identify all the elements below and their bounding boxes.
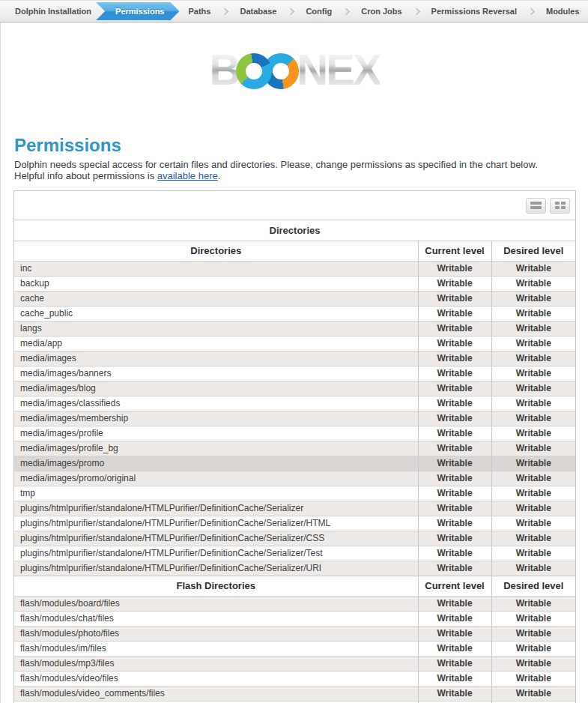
table-row: media/images/profile_bgWritableWritable (14, 441, 575, 456)
directory-name-cell: media/images/promo/original (14, 471, 418, 486)
directory-name-cell: flash/modules/chat/files (14, 611, 418, 626)
chevron-separator-icon (222, 7, 229, 15)
directory-name-cell: media/images/profile (14, 426, 418, 441)
section-header-row: Flash DirectoriesCurrent levelDesired le… (14, 576, 575, 596)
desired-level-cell: Writable (491, 276, 575, 291)
table-row: cache_publicWritableWritable (14, 306, 575, 321)
table-row: plugins/htmlpurifier/standalone/HTMLPuri… (14, 516, 575, 531)
directory-name-cell: media/images/profile_bg (14, 441, 418, 456)
current-level-cell: Writable (418, 261, 491, 276)
directory-name-cell: plugins/htmlpurifier/standalone/HTMLPuri… (14, 516, 418, 531)
current-level-cell: Writable (418, 366, 491, 381)
wizard-tabbar: Dolphin InstallationPermissionsPathsData… (0, 0, 588, 22)
column-header: Desired level (491, 576, 575, 596)
desired-level-cell: Writable (491, 656, 575, 671)
page-title: Permissions (14, 135, 588, 156)
current-level-cell: Writable (418, 641, 491, 656)
current-level-cell: Writable (418, 671, 491, 686)
table-row: flash/modules/video/filesWritableWritabl… (14, 671, 575, 686)
chevron-separator-icon (528, 7, 536, 15)
directory-name-cell: media/app (14, 336, 418, 351)
desired-level-cell: Writable (491, 686, 575, 701)
directory-name-cell: plugins/htmlpurifier/standalone/HTMLPuri… (14, 531, 418, 546)
table-row: flash/modules/board/filesWritableWritabl… (14, 596, 575, 611)
table-row: media/images/blogWritableWritable (14, 381, 575, 396)
available-here-link[interactable]: available here (157, 170, 218, 181)
desired-level-cell: Writable (491, 306, 575, 321)
current-level-cell: Writable (418, 276, 491, 291)
table-row: flash/modules/mp3/filesWritableWritable (14, 656, 575, 671)
directory-name-cell: backup (14, 276, 418, 291)
tab-dolphin-installation[interactable]: Dolphin Installation (6, 1, 100, 22)
tab-config[interactable]: Config (297, 1, 341, 22)
table-row: flash/modules/video_comments/filesWritab… (14, 686, 575, 701)
desired-level-cell: Writable (491, 471, 575, 486)
table-row: media/images/classifiedsWritableWritable (14, 396, 575, 411)
column-header: Flash Directories (14, 576, 418, 596)
list-view-button[interactable] (526, 198, 546, 214)
table-row: media/images/profileWritableWritable (14, 426, 575, 441)
current-level-cell: Writable (418, 531, 491, 546)
list-view-icon (530, 202, 542, 205)
table-row: media/images/promoWritableWritable (14, 456, 575, 471)
desired-level-cell: Writable (491, 321, 575, 336)
desired-level-cell: Writable (491, 426, 575, 441)
permissions-grid: DirectoriesDirectoriesCurrent levelDesir… (14, 220, 575, 703)
section-header-row: DirectoriesCurrent levelDesired level (14, 241, 575, 261)
directory-name-cell: flash/modules/photo/files (14, 626, 418, 641)
tab-permissions-reversal[interactable]: Permissions Reversal (422, 1, 526, 22)
desired-level-cell: Writable (491, 411, 575, 426)
desired-level-cell: Writable (491, 516, 575, 531)
grid-view-icon (555, 202, 566, 205)
desired-level-cell: Writable (491, 531, 575, 546)
column-header: Current level (418, 576, 491, 596)
desired-level-cell: Writable (491, 596, 575, 611)
logo-letters-nex: NEX (297, 47, 379, 92)
permissions-table: DirectoriesDirectoriesCurrent levelDesir… (13, 190, 576, 703)
directory-name-cell: plugins/htmlpurifier/standalone/HTMLPuri… (14, 561, 418, 576)
desired-level-cell: Writable (491, 261, 575, 276)
directory-name-cell: media/images (14, 351, 418, 366)
current-level-cell: Writable (418, 441, 491, 456)
table-row: incWritableWritable (14, 261, 575, 276)
directory-name-cell: flash/modules/video/files (14, 671, 418, 686)
table-caption-row: Directories (14, 220, 575, 241)
current-level-cell: Writable (418, 516, 491, 531)
help-text-prefix: Helpful info about permissions is (14, 170, 157, 181)
chevron-separator-icon (288, 7, 295, 15)
table-row: media/appWritableWritable (14, 336, 575, 351)
directory-name-cell: media/images/blog (14, 381, 418, 396)
current-level-cell: Writable (418, 426, 491, 441)
table-row: backupWritableWritable (14, 276, 575, 291)
desired-level-cell: Writable (491, 336, 575, 351)
directory-name-cell: media/images/promo (14, 456, 418, 471)
current-level-cell: Writable (418, 611, 491, 626)
current-level-cell: Writable (418, 626, 491, 641)
current-level-cell: Writable (418, 686, 491, 701)
directory-name-cell: inc (14, 261, 418, 276)
desired-level-cell: Writable (491, 366, 575, 381)
desired-level-cell: Writable (491, 396, 575, 411)
table-row: plugins/htmlpurifier/standalone/HTMLPuri… (14, 561, 575, 576)
current-level-cell: Writable (418, 486, 491, 501)
current-level-cell: Writable (418, 456, 491, 471)
boonex-logo: B NEX (1, 43, 588, 96)
tab-database[interactable]: Database (231, 1, 285, 22)
grid-view-button[interactable] (550, 198, 570, 214)
desired-level-cell: Writable (491, 626, 575, 641)
desired-level-cell: Writable (491, 291, 575, 306)
current-level-cell: Writable (418, 411, 491, 426)
desired-level-cell: Writable (491, 441, 575, 456)
tab-cron-jobs[interactable]: Cron Jobs (352, 1, 410, 22)
tab-paths[interactable]: Paths (179, 1, 219, 22)
table-toolbar (14, 191, 575, 220)
desired-level-cell: Writable (491, 561, 575, 576)
table-caption: Directories (14, 220, 575, 241)
table-row: cacheWritableWritable (14, 291, 575, 306)
tab-modules[interactable]: Modules (537, 1, 588, 22)
current-level-cell: Writable (418, 306, 491, 321)
page-content: B NEX Permissions Dolphin needs special … (0, 22, 588, 703)
logo-letter-b: B (209, 47, 238, 92)
column-header: Desired level (491, 241, 575, 261)
tab-permissions[interactable]: Permissions (96, 2, 179, 20)
